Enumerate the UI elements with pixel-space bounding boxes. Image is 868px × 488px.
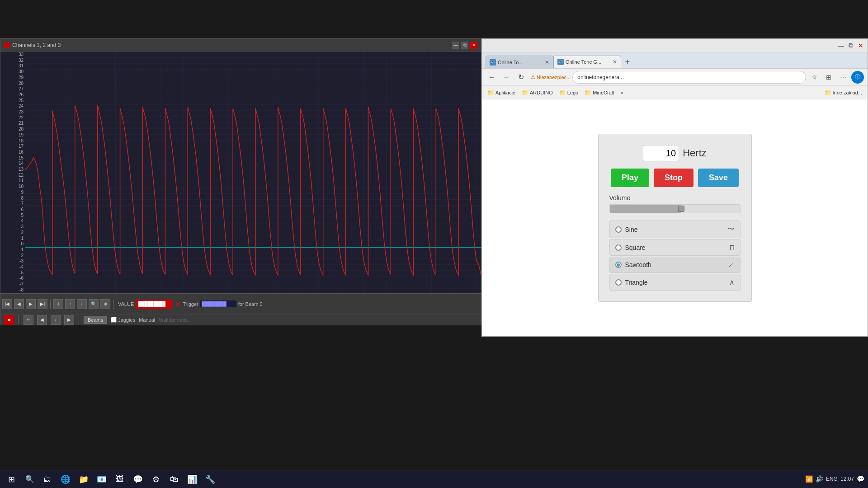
nav-start-button[interactable]: |◀ <box>2 299 12 309</box>
beams-button[interactable]: Beams <box>84 316 107 324</box>
wave-square-left: Square <box>615 244 646 251</box>
signal-waveform <box>25 105 481 275</box>
arrow-down-button[interactable]: ↓ <box>51 315 61 325</box>
wave-triangle-left: Triangle <box>615 279 648 286</box>
play-button[interactable]: Play <box>611 169 649 187</box>
bookmark-star-button[interactable]: ☆ <box>808 71 821 84</box>
settings-button[interactable]: ⋯ <box>837 71 849 84</box>
bookmark-minecraft-label: MineCraft <box>593 90 614 95</box>
separator-4 <box>79 315 79 324</box>
trigger-area: ✕ Trigger █████████ for Beam 0 <box>175 300 262 308</box>
waveform-square[interactable]: Square ⊓ <box>609 239 741 256</box>
pencil-button[interactable]: ✏ <box>24 315 33 325</box>
tray-network-icon[interactable]: 📶 <box>805 475 813 483</box>
taskbar-item-app1[interactable]: 📊 <box>184 471 201 488</box>
address-bar[interactable]: onlinetonegenera... <box>572 71 806 84</box>
browser-close-button[interactable]: ✕ <box>858 42 864 49</box>
windows-chrome <box>0 0 868 38</box>
bookmark-lego-icon: 📁 <box>559 89 566 96</box>
bookmark-minecraft-icon: 📁 <box>585 89 591 96</box>
taskbar-item-chat[interactable]: 💬 <box>129 471 146 488</box>
bookmark-folder-icon: 📁 <box>487 89 494 96</box>
frequency-row: Hertz <box>643 145 707 161</box>
zoom-h-button[interactable]: 🔍 <box>89 299 99 309</box>
bookmark-aplikacje[interactable]: 📁 Aplikacje <box>486 89 517 97</box>
frequency-input[interactable] <box>643 145 679 161</box>
volume-slider[interactable] <box>609 204 741 213</box>
bookmark-inne-label: Inne zakład... <box>833 90 862 95</box>
profile-button[interactable]: ⓘ <box>851 71 864 84</box>
taskbar-item-photos[interactable]: 🖼 <box>111 471 128 488</box>
trigger-label: Trigger <box>183 301 198 307</box>
separator-3 <box>19 315 19 324</box>
waveform-sine[interactable]: Sine 〜 <box>609 221 741 238</box>
taskbar-item-app2[interactable]: 🔧 <box>202 471 219 488</box>
taskbar-item-files[interactable]: 📁 <box>75 471 92 488</box>
new-tab-button[interactable]: + <box>621 56 634 68</box>
bookmark-minecraft[interactable]: 📁 MineCraft <box>583 89 616 97</box>
browser-tab-1[interactable]: 🔊 Online To... ✕ <box>486 56 553 68</box>
stop-record-button[interactable]: ■ <box>4 315 14 325</box>
playback-buttons: Play Stop Save <box>611 169 739 187</box>
refresh-button[interactable]: ↻ <box>514 71 527 84</box>
nav-prev-button[interactable]: ◀ <box>14 299 24 309</box>
nav-end-button[interactable]: ▶| <box>38 299 47 309</box>
warning-icon: ⚠ <box>531 74 535 80</box>
taskbar-item-explorer[interactable]: 🗂 <box>39 471 56 488</box>
browser-minimize-button[interactable]: — <box>838 42 844 49</box>
browser-tab-2[interactable]: 🔊 Online Tone G... ✕ <box>553 56 621 68</box>
restore-button[interactable]: ⧉ <box>461 42 468 49</box>
taskbar-item-settings[interactable]: ⚙ <box>147 471 165 488</box>
tab-close-1[interactable]: ✕ <box>545 59 549 66</box>
tab-favicon-2: 🔊 <box>557 59 564 65</box>
wait-label: Wait for next... <box>159 317 191 323</box>
volume-section: Volume <box>609 194 741 213</box>
forward-button[interactable]: → <box>500 71 513 84</box>
waveform-sawtooth[interactable]: Sawtooth ⟋ <box>609 257 741 273</box>
taskbar-items: 🗂 🌐 📁 📧 🖼 💬 ⚙ 🛍 📊 🔧 <box>37 471 802 488</box>
browser-tabbar: 🔊 Online To... ✕ 🔊 Online Tone G... ✕ + <box>482 52 868 69</box>
close-button[interactable]: ✕ <box>470 42 477 49</box>
security-warning: ⚠ Niezabezpiec... <box>531 74 571 80</box>
taskbar-item-store[interactable]: 🛍 <box>165 471 183 488</box>
cursor-button[interactable]: ⊹ <box>53 299 63 309</box>
taskbar-tray: 📶 🔊 ENG 12:07 💬 <box>802 475 868 483</box>
bookmark-lego[interactable]: 📁 Lego <box>557 89 580 97</box>
jaggies-checkbox[interactable] <box>111 317 117 323</box>
browser-restore-button[interactable]: ⧉ <box>848 42 854 49</box>
minimize-button[interactable]: — <box>452 42 459 49</box>
chart-container: 33 32 31 30 29 28 27 26 25 24 23 22 21 2… <box>0 52 481 293</box>
save-button[interactable]: Save <box>698 169 739 187</box>
nav-next-button[interactable]: ▶ <box>26 299 36 309</box>
app-window: Channels 1, 2 and 3 — ⧉ ✕ Hor= 20 33 32 … <box>0 38 481 325</box>
stop-button[interactable]: Stop <box>654 169 693 187</box>
tray-notifications-icon[interactable]: 💬 <box>857 475 864 483</box>
nav-icons: ☆ ⊞ ⋯ ⓘ <box>808 71 864 84</box>
bookmark-arduino[interactable]: 📁 ARDUINO <box>520 89 555 97</box>
taskbar: ⊞ 🔍 🗂 🌐 📁 📧 🖼 💬 ⚙ 🛍 📊 🔧 📶 🔊 ENG 12:07 💬 <box>0 470 868 488</box>
browser-window: — ⧉ ✕ 🔊 Online To... ✕ 🔊 Online Tone G..… <box>481 38 868 337</box>
volume-filled <box>610 205 681 213</box>
zoom-in-button[interactable]: ↑ <box>65 299 75 309</box>
bookmark-inne-icon: 📁 <box>825 89 831 96</box>
address-text: onlinetonegenera... <box>577 74 624 80</box>
back-button[interactable]: ← <box>486 71 498 84</box>
tray-volume-icon[interactable]: 🔊 <box>816 475 823 483</box>
waveform-triangle[interactable]: Triangle ∧ <box>609 274 741 291</box>
tab-close-2[interactable]: ✕ <box>613 59 617 65</box>
start-button[interactable]: ⊞ <box>0 470 23 488</box>
value-display: █████████ <box>138 301 165 307</box>
taskbar-item-mail[interactable]: 📧 <box>93 471 110 488</box>
search-button[interactable]: 🔍 <box>23 470 37 488</box>
measure-button[interactable]: ⊕ <box>100 299 110 309</box>
taskbar-item-browser[interactable]: 🌐 <box>57 471 74 488</box>
collections-button[interactable]: ⊞ <box>822 71 835 84</box>
bookmark-inne[interactable]: 📁 Inne zakład... <box>823 89 864 97</box>
arrow-left-button[interactable]: ◀ <box>37 315 47 325</box>
tab-title-1: Online To... <box>498 60 543 65</box>
zoom-out-button[interactable]: ↓ <box>77 299 87 309</box>
tray-clock[interactable]: 12:07 <box>840 475 854 483</box>
bookmarks-more-button[interactable]: » <box>619 89 625 96</box>
jaggies-checkbox-area[interactable]: Jaggies <box>111 317 135 323</box>
arrow-right-button[interactable]: ▶ <box>64 315 74 325</box>
